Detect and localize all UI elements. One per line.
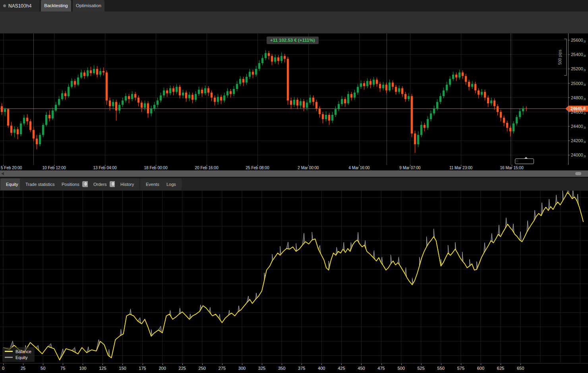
price-axis-label: 25000.0 <box>571 81 586 87</box>
balance-line-swatch <box>5 351 13 352</box>
visual-mode-bar: Visual Mode 17/03/2026 01:59:00 Speed: 1… <box>0 23 588 34</box>
tab-label: Logs <box>166 182 176 187</box>
time-axis-label: 16 Mar 15:00 <box>500 166 524 170</box>
equity-axis-label: 75 <box>60 366 65 371</box>
equity-tick <box>401 363 402 365</box>
equity-axis-label: 425 <box>338 366 345 371</box>
price-axis-label: 24200.0 <box>571 138 586 144</box>
equity-tick <box>262 363 262 365</box>
time-axis-label: 9 Mar 07:00 <box>399 166 420 170</box>
title-tab-strip: NAS100 | h4 Backtesting Optimisation <box>0 0 588 12</box>
equity-tick <box>461 363 461 365</box>
tab-trade-statistics[interactable]: Trade statistics <box>20 178 60 190</box>
equity-canvas[interactable] <box>0 191 588 363</box>
tab-label: Equity <box>6 182 18 187</box>
equity-axis-label: 250 <box>199 366 206 371</box>
time-axis-label: 2 Mar 00:00 <box>298 166 319 170</box>
tab-label: Events <box>146 182 159 187</box>
time-axis-label: 18 Feb 00:00 <box>144 166 168 170</box>
pips-bracket <box>564 39 567 75</box>
equity-axis-label: 525 <box>417 366 424 371</box>
time-axis-label: 11 Mar 23:00 <box>449 166 472 170</box>
equity-axis-label: 625 <box>497 366 504 371</box>
equity-tick <box>341 363 342 365</box>
equity-axis-label: 400 <box>318 366 325 371</box>
equity-axis-label: 300 <box>238 366 246 371</box>
time-axis-label: 4 Mar 16:00 <box>348 166 369 170</box>
equity-tick <box>23 363 23 365</box>
equity-tick <box>481 363 481 365</box>
equity-chart[interactable] <box>0 191 588 363</box>
replay-bar-marker[interactable]: ∷ <box>515 158 534 164</box>
equity-tick <box>162 363 163 365</box>
legend-balance-label: Balance <box>15 349 31 354</box>
marker-grip-icon: ∷ <box>516 160 518 163</box>
price-axis-label: 25600.0 <box>571 38 586 43</box>
time-axis-label: 10 Feb 12:00 <box>43 166 66 170</box>
time-axis-label: 20 Feb 16:00 <box>195 166 219 170</box>
equity-x-axis: 0255075100125150175200225250275300325350… <box>0 363 588 373</box>
equity-axis-label: 600 <box>477 366 484 371</box>
equity-axis-label: 50 <box>41 366 45 371</box>
tab-optimisation[interactable]: Optimisation <box>73 0 104 12</box>
equity-axis-label: 100 <box>79 366 86 371</box>
equity-tick <box>103 363 103 365</box>
equity-tick <box>441 363 441 365</box>
equity-axis-label: 175 <box>139 366 146 371</box>
equity-line-swatch <box>5 357 13 358</box>
equity-axis-label: 350 <box>278 366 285 371</box>
equity-axis-label: 275 <box>219 366 226 371</box>
price-chart[interactable]: 24645.825600.025400.025200.025000.024800… <box>0 33 588 165</box>
equity-tick <box>122 363 123 365</box>
backtest-toolbar: ⚙ 27/07/2014 ▾ 16/03/2026 ▾ ▶ ■ <box>0 12 588 23</box>
equity-axis-label: 500 <box>397 366 404 371</box>
tab-backtesting[interactable]: Backtesting <box>41 0 71 12</box>
equity-tick <box>282 363 282 365</box>
equity-tick <box>182 363 183 365</box>
equity-axis-label: 325 <box>258 366 265 371</box>
equity-tick <box>202 363 203 365</box>
equity-axis-label: 225 <box>179 366 186 371</box>
tab-label: Positions <box>62 182 79 187</box>
equity-axis-label: 125 <box>99 366 106 371</box>
timeframe-label: h4 <box>26 3 31 9</box>
equity-tick <box>83 363 83 365</box>
symbol-status-dot-icon <box>3 4 6 7</box>
chart-h-scrollbar[interactable] <box>0 170 588 177</box>
equity-axis-label: 650 <box>517 366 524 371</box>
legend-equity-label: Equity <box>15 355 28 360</box>
tab-history[interactable]: History <box>115 178 139 190</box>
equity-axis-label: 200 <box>159 366 166 371</box>
equity-tick <box>43 363 43 365</box>
pips-label: 500 pips <box>558 50 562 65</box>
bottom-panel-tabs: EquityTrade statisticsPositions0Orders0H… <box>0 178 588 191</box>
time-axis[interactable]: 5 Feb 20:0010 Feb 12:0013 Feb 04:0018 Fe… <box>0 165 588 170</box>
pnl-badge: +11 102.53 € (+111%) <box>267 37 319 44</box>
tab-label: Orders <box>93 182 107 187</box>
equity-axis-label: 450 <box>358 366 365 371</box>
symbol-tab[interactable]: NAS100 | h4 <box>0 0 39 12</box>
time-axis-label: 13 Feb 04:00 <box>93 166 117 170</box>
candlestick-canvas[interactable]: 24645.825600.025400.025200.025000.024800… <box>0 33 588 165</box>
scrollbar-thumb[interactable] <box>575 172 581 175</box>
price-axis-label: 24000.0 <box>571 153 586 158</box>
equity-tick <box>321 363 322 365</box>
price-axis-label: 24400.0 <box>571 124 586 129</box>
equity-axis-label: 375 <box>298 366 305 371</box>
equity-tick <box>143 363 143 365</box>
equity-tick <box>3 363 4 365</box>
equity-legend: Balance Equity <box>2 347 35 362</box>
candles <box>1 50 527 153</box>
tab-logs[interactable]: Logs <box>161 178 182 190</box>
legend-item-equity: Equity <box>5 354 31 360</box>
price-axis-label: 25400.0 <box>571 52 586 58</box>
scroll-left-arrow-icon[interactable] <box>1 172 4 175</box>
balance-line <box>3 193 583 360</box>
equity-tick <box>421 363 422 365</box>
price-axis-label: 25200.0 <box>571 66 586 72</box>
marker-notch-icon <box>524 157 528 159</box>
time-axis-label: 5 Feb 20:00 <box>1 166 22 170</box>
equity-fill <box>3 191 583 360</box>
equity-tick <box>520 363 521 365</box>
equity-tick <box>242 363 242 365</box>
